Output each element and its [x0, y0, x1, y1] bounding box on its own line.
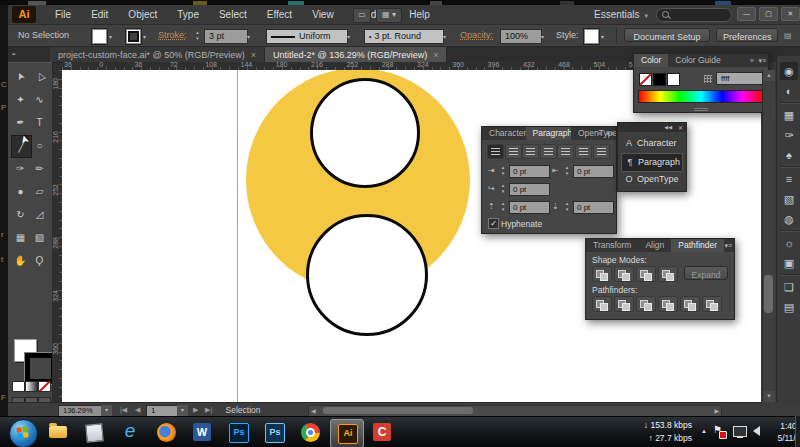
- panel-menu-icon[interactable]: ▾≡: [724, 242, 732, 250]
- stroke-weight-dropdown-icon[interactable]: ▾: [247, 33, 250, 40]
- artboards-panel-icon[interactable]: ▤: [780, 298, 798, 316]
- tab-pathfinder[interactable]: Pathfinder: [671, 239, 724, 252]
- color-mode-button[interactable]: [12, 381, 25, 392]
- space-after-value[interactable]: 0 pt: [573, 201, 614, 214]
- scroll-right-icon[interactable]: ▶: [714, 407, 719, 414]
- layers-panel-icon[interactable]: ❏: [780, 278, 798, 296]
- align-center-button[interactable]: [505, 144, 522, 159]
- upper-eye-shape[interactable]: [310, 78, 420, 188]
- dock-item-paragraph[interactable]: ¶Paragraph: [621, 153, 683, 172]
- taskbar-photoshop-alt[interactable]: Ps: [258, 419, 290, 446]
- brushes-panel-icon[interactable]: ✑: [780, 126, 798, 144]
- artboard-dropdown-icon[interactable]: ▾: [177, 405, 188, 416]
- show-desktop-button[interactable]: [795, 416, 800, 447]
- app-logo-icon[interactable]: Ai: [12, 6, 36, 23]
- bridge-icon[interactable]: ▭: [353, 8, 371, 23]
- search-input[interactable]: [656, 8, 732, 22]
- gradient-tool[interactable]: ▧: [30, 227, 49, 248]
- taskbar-c-app[interactable]: C: [366, 419, 398, 446]
- menu-file[interactable]: File: [46, 5, 80, 24]
- crop-button[interactable]: [658, 296, 678, 312]
- fill-dropdown-icon[interactable]: ▾: [109, 33, 112, 40]
- taskbar-firefox[interactable]: [150, 419, 182, 446]
- panel-options-icon[interactable]: ▤: [784, 25, 792, 46]
- taskbar-internet-explorer[interactable]: e: [114, 419, 146, 446]
- menu-view[interactable]: View: [303, 5, 343, 24]
- first-line-indent-field[interactable]: ↪▴▾0 pt: [488, 182, 548, 195]
- pencil-tool[interactable]: ✏: [30, 158, 49, 179]
- type-tool[interactable]: T: [30, 112, 49, 133]
- none-color-swatch[interactable]: [639, 73, 652, 86]
- magic-wand-tool[interactable]: ✦: [11, 89, 30, 110]
- fill-swatch[interactable]: [92, 29, 107, 44]
- ellipse-tool[interactable]: ○: [30, 135, 49, 156]
- justify-all-button[interactable]: [593, 144, 610, 159]
- volume-icon[interactable]: [753, 426, 760, 436]
- brush-dropdown-icon[interactable]: ▾: [443, 33, 446, 40]
- right-indent-stepper[interactable]: ▴▾: [563, 164, 571, 177]
- taskbar-illustrator[interactable]: Ai: [330, 419, 364, 447]
- vertical-scroll-thumb[interactable]: [764, 275, 773, 313]
- document-tab[interactable]: project-custom-face.ai* @ 50% (RGB/Previ…: [50, 47, 265, 62]
- scroll-down-icon[interactable]: ▼: [763, 391, 775, 402]
- hex-value-field[interactable]: ffff: [716, 72, 766, 85]
- justify-last-left-button[interactable]: [540, 144, 557, 159]
- black-color-swatch[interactable]: [653, 73, 666, 86]
- style-dropdown-icon[interactable]: ▾: [601, 33, 604, 40]
- collapse-icon[interactable]: ◀◀: [664, 124, 672, 130]
- stroke-panel-link[interactable]: Stroke:: [158, 25, 187, 46]
- vertical-scrollbar[interactable]: ▲ ▼: [762, 70, 775, 402]
- taskbar-explorer[interactable]: [42, 419, 74, 446]
- mesh-tool[interactable]: ▦: [11, 227, 30, 248]
- minimize-button[interactable]: —: [737, 7, 756, 21]
- space-before-field[interactable]: ⇡▴▾0 pt: [488, 200, 548, 213]
- menu-edit[interactable]: Edit: [82, 5, 117, 24]
- scale-tool[interactable]: ◿: [30, 204, 49, 225]
- outline-button[interactable]: [680, 296, 700, 312]
- left-indent-field[interactable]: ⇥▴▾0 pt: [488, 164, 548, 177]
- gradient-mode-button[interactable]: [25, 381, 38, 392]
- stroke-weight-field[interactable]: 3 pt: [204, 29, 248, 44]
- justify-last-center-button[interactable]: [557, 144, 574, 159]
- menu-type[interactable]: Type: [168, 5, 208, 24]
- unite-button[interactable]: [592, 266, 612, 282]
- close-button[interactable]: ✕: [781, 7, 800, 21]
- first-line-indent-value[interactable]: 0 pt: [509, 183, 550, 196]
- white-color-swatch[interactable]: [667, 73, 680, 86]
- gradient-panel-icon[interactable]: ▧: [780, 190, 798, 208]
- scroll-up-icon[interactable]: ▲: [763, 70, 775, 81]
- collapse-dock-icon[interactable]: ▪▪: [12, 51, 14, 57]
- trim-button[interactable]: [614, 296, 634, 312]
- justify-last-right-button[interactable]: [575, 144, 592, 159]
- network-icon[interactable]: [733, 426, 747, 437]
- hand-tool[interactable]: ✋: [11, 250, 30, 271]
- zoom-tool[interactable]: Ϙ: [30, 250, 49, 271]
- rotate-tool[interactable]: ↻: [11, 204, 30, 225]
- workspace-switcher[interactable]: Essentials▾: [594, 5, 648, 24]
- arrange-documents-icon[interactable]: ▦ ▾: [376, 8, 402, 23]
- hidden-icons-icon[interactable]: ▲: [701, 428, 707, 434]
- width-profile-select[interactable]: Uniform: [266, 29, 348, 44]
- brush-select[interactable]: •3 pt. Round: [364, 29, 444, 44]
- first-artboard-icon[interactable]: |◀: [120, 406, 127, 414]
- tab-character[interactable]: Character: [482, 127, 526, 140]
- tab-paragraph[interactable]: Paragraph: [526, 127, 571, 140]
- dock-item-opentype[interactable]: OOpenType: [621, 171, 681, 188]
- prev-artboard-icon[interactable]: ◀: [135, 406, 140, 414]
- appearance-panel-icon[interactable]: ☼: [780, 234, 798, 252]
- document-setup-button[interactable]: Document Setup: [624, 28, 710, 42]
- right-indent-value[interactable]: 0 pt: [573, 165, 614, 178]
- hyphenate-checkbox[interactable]: ✓: [488, 218, 499, 229]
- style-swatch[interactable]: [584, 29, 599, 44]
- menu-effect[interactable]: Effect: [258, 5, 301, 24]
- close-icon[interactable]: ✕: [678, 124, 683, 131]
- stroke-dropdown-icon[interactable]: ▾: [143, 33, 146, 40]
- lower-eye-shape[interactable]: [306, 214, 428, 336]
- space-before-stepper[interactable]: ▴▾: [499, 200, 507, 213]
- left-indent-value[interactable]: 0 pt: [509, 165, 550, 178]
- horizontal-scroll-thumb[interactable]: [323, 407, 473, 414]
- opacity-dropdown-icon[interactable]: ▾: [541, 33, 544, 40]
- intersect-button[interactable]: [636, 266, 656, 282]
- blob-brush-tool[interactable]: ●: [11, 181, 30, 202]
- taskbar-chrome[interactable]: [294, 419, 326, 446]
